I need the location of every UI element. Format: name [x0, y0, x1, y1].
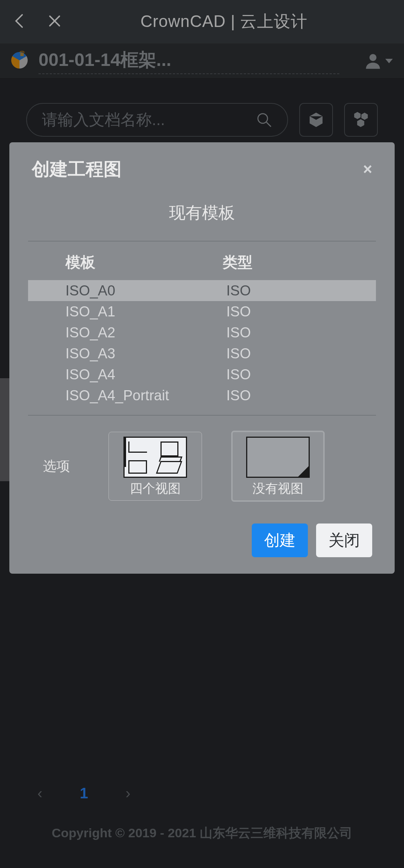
template-row[interactable]: ISO_A2ISO: [28, 322, 376, 343]
option-caption: 没有视图: [252, 480, 303, 497]
template-list: ISO_A0ISOISO_A1ISOISO_A2ISOISO_A3ISOISO_…: [28, 280, 376, 406]
options-row: 选项 四个视图 没有视图: [28, 416, 376, 517]
template-name: ISO_A4_Portrait: [65, 388, 226, 404]
template-name: ISO_A0: [65, 283, 226, 299]
template-type: ISO: [226, 388, 376, 404]
no-view-icon: [246, 437, 310, 478]
four-views-icon: [123, 437, 187, 478]
template-name: ISO_A4: [65, 367, 226, 383]
template-row[interactable]: ISO_A4ISO: [28, 364, 376, 385]
template-type: ISO: [226, 346, 376, 362]
option-no-view[interactable]: 没有视图: [231, 431, 325, 502]
modal-title: 创建工程图: [32, 157, 122, 181]
modal-actions: 创建 关闭: [28, 517, 376, 559]
template-type: ISO: [226, 304, 376, 320]
template-row[interactable]: ISO_A3ISO: [28, 343, 376, 364]
template-row[interactable]: ISO_A0ISO: [28, 280, 376, 301]
section-title: 现有模板: [28, 192, 376, 241]
create-drawing-modal: 创建工程图 × 现有模板 模板 类型 ISO_A0ISOISO_A1ISOISO…: [9, 142, 395, 574]
template-name: ISO_A3: [65, 346, 226, 362]
col-template-header: 模板: [65, 252, 223, 273]
template-table-header: 模板 类型: [28, 242, 376, 280]
template-name: ISO_A1: [65, 304, 226, 320]
close-button[interactable]: 关闭: [316, 523, 372, 557]
template-type: ISO: [226, 325, 376, 341]
col-type-header: 类型: [223, 252, 376, 273]
modal-header: 创建工程图 ×: [21, 157, 383, 192]
modal-close-icon[interactable]: ×: [363, 160, 372, 178]
option-caption: 四个视图: [130, 480, 181, 497]
template-row[interactable]: ISO_A1ISO: [28, 301, 376, 322]
create-button[interactable]: 创建: [252, 523, 308, 557]
template-type: ISO: [226, 283, 376, 299]
template-row[interactable]: ISO_A4_PortraitISO: [28, 385, 376, 406]
template-type: ISO: [226, 367, 376, 383]
options-label: 选项: [43, 457, 105, 476]
option-four-views[interactable]: 四个视图: [108, 432, 202, 501]
template-name: ISO_A2: [65, 325, 226, 341]
